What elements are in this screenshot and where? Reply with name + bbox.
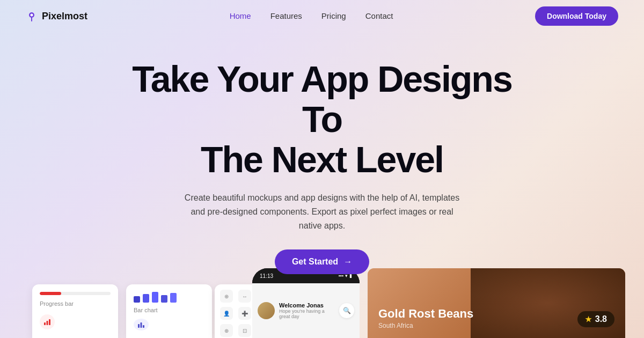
- progress-bar-fill: [40, 292, 61, 295]
- brand-name: Pixelmost: [42, 11, 87, 22]
- bar-5: [170, 293, 177, 303]
- barchart-icon: [134, 319, 149, 330]
- bar-chart-card: Bar chart: [126, 284, 212, 338]
- logo-icon: [26, 10, 38, 22]
- nav-item-home[interactable]: Home: [230, 11, 251, 21]
- nav-link-contact[interactable]: Contact: [365, 11, 393, 20]
- progress-bar-label: Progress bar: [40, 300, 111, 307]
- icon-grid-card: ⊕ ↔ 👤 ➕ ⊕ ⊡: [215, 284, 258, 338]
- phone-welcome: Welcome Jonas Hope you're having a great…: [279, 302, 335, 319]
- svg-rect-6: [141, 322, 142, 328]
- hero-cta-arrow: →: [343, 257, 352, 267]
- nav-link-home[interactable]: Home: [230, 11, 251, 20]
- hero-headline-line1: Take Your App Designs To: [132, 58, 511, 139]
- download-button[interactable]: Download Today: [535, 6, 618, 26]
- svg-rect-5: [138, 324, 140, 328]
- hero-headline-line2: The Next Level: [201, 139, 443, 180]
- nav-item-contact[interactable]: Contact: [365, 11, 393, 21]
- logo[interactable]: Pixelmost: [26, 10, 87, 22]
- svg-point-1: [31, 14, 33, 17]
- hero-section: Take Your App Designs To The Next Level …: [0, 32, 644, 274]
- progress-bar-track: [40, 292, 111, 295]
- coffee-rating: ★ 3.8: [577, 311, 614, 327]
- phone-welcome-sub: Hope you're having a great day: [279, 308, 335, 319]
- svg-rect-4: [49, 319, 50, 325]
- svg-rect-7: [143, 325, 144, 328]
- phone-welcome-title: Welcome Jonas: [279, 302, 335, 308]
- nav-links: Home Features Pricing Contact: [230, 11, 393, 21]
- bar-1: [134, 296, 140, 303]
- nav-link-features[interactable]: Features: [270, 11, 302, 20]
- icon-cell-6: ⊡: [238, 324, 251, 337]
- bar-chart-icon: [137, 321, 145, 328]
- icon-cell-2: ↔: [238, 290, 251, 303]
- bar-3: [152, 292, 158, 303]
- icon-cell-3: 👤: [220, 307, 233, 320]
- svg-rect-3: [47, 321, 48, 325]
- phone-mockup: 11:13 ▪▪▪ ▾ ▮ Welcome Jonas Hope you're …: [252, 268, 360, 338]
- get-started-button[interactable]: Get Started →: [275, 249, 369, 274]
- icon-cell-5: ⊕: [220, 324, 233, 337]
- avatar: [258, 302, 275, 319]
- icon-cell-4: ➕: [238, 307, 251, 320]
- nav-link-pricing[interactable]: Pricing: [321, 11, 346, 20]
- hero-cta-label: Get Started: [292, 257, 338, 267]
- hero-subtext: Create beautiful mockups and app designs…: [182, 191, 462, 232]
- coffee-rating-value: 3.8: [595, 314, 607, 324]
- coffee-card: Gold Rost Beans South Africa ★ 3.8: [368, 268, 625, 338]
- navbar: Pixelmost Home Features Pricing Contact …: [0, 0, 644, 32]
- chart-icon: [43, 318, 51, 326]
- progress-bar-card: Progress bar: [32, 284, 118, 338]
- nav-item-features[interactable]: Features: [270, 11, 302, 21]
- phone-screen: Welcome Jonas Hope you're having a great…: [252, 283, 360, 338]
- barchart-bars: [134, 292, 204, 303]
- hero-headline: Take Your App Designs To The Next Level: [113, 59, 531, 179]
- mockup-area: Progress bar Bar chart ⊕: [0, 266, 644, 338]
- bar-4: [161, 295, 167, 303]
- icon-cell-1: ⊕: [220, 290, 233, 303]
- progress-bar-icon: [40, 314, 55, 329]
- svg-rect-2: [44, 322, 46, 325]
- bar-chart-label: Bar chart: [134, 307, 204, 313]
- nav-item-pricing[interactable]: Pricing: [321, 11, 346, 21]
- bar-2: [143, 294, 149, 303]
- search-button[interactable]: 🔍: [339, 303, 354, 318]
- star-icon: ★: [585, 315, 592, 324]
